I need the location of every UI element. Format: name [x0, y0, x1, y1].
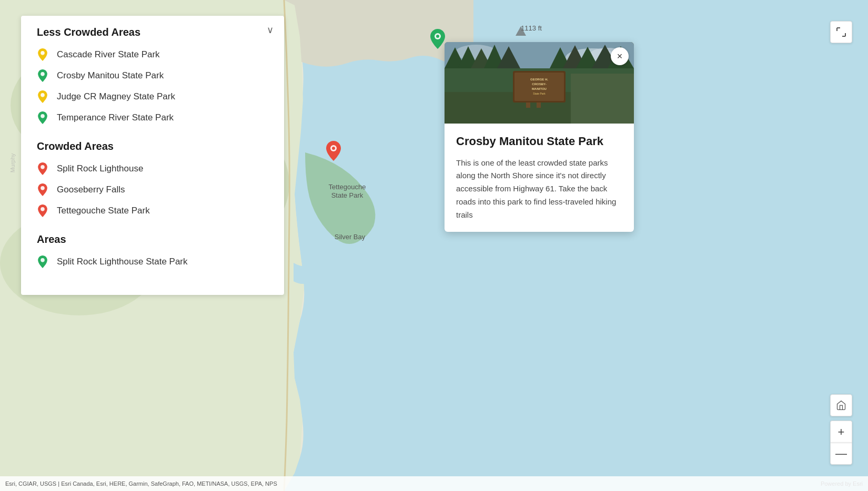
svg-text:State Park: State Park: [331, 191, 364, 199]
svg-text:CROSBY-: CROSBY-: [532, 83, 546, 86]
svg-rect-41: [514, 73, 564, 101]
location-name: Gooseberry Falls: [57, 185, 125, 195]
pin-green-icon: [37, 111, 48, 125]
crowded-section: Crowded Areas Split Rock Lighthouse: [37, 140, 268, 218]
list-item[interactable]: Temperance River State Park: [37, 111, 268, 125]
map-pin-north[interactable]: [430, 29, 445, 51]
crowded-title: Crowded Areas: [37, 140, 268, 152]
location-name: Cascade River State Park: [57, 49, 160, 60]
svg-text:MANITOU: MANITOU: [532, 87, 547, 90]
pin-red-icon: [37, 183, 48, 197]
zoom-controls: + —: [830, 421, 852, 465]
pin-green-icon: [37, 69, 48, 83]
svg-text:State Park: State Park: [533, 92, 546, 95]
map-pin-tettegouche[interactable]: [326, 141, 341, 163]
map-controls-expand: [830, 21, 852, 43]
location-name: Tettegouche State Park: [57, 206, 150, 216]
location-name: Crosby Manitou State Park: [57, 70, 164, 81]
svg-point-15: [41, 72, 45, 76]
svg-point-16: [41, 93, 45, 97]
pin-green-icon: [37, 255, 48, 269]
crowded-list: Split Rock Lighthouse Gooseberry Falls: [37, 162, 268, 218]
svg-point-17: [41, 114, 45, 118]
svg-point-20: [41, 207, 45, 211]
popup-description: This is one of the least crowded state p…: [456, 157, 622, 222]
svg-point-11: [436, 35, 439, 38]
svg-point-21: [41, 258, 45, 262]
popup-card: ×: [445, 42, 634, 232]
areas-list: Split Rock Lighthouse State Park: [37, 255, 268, 269]
svg-text:Murphy: Murphy: [9, 153, 16, 172]
svg-text:Silver Bay: Silver Bay: [335, 233, 366, 241]
map-controls-bottom: + —: [830, 394, 852, 465]
popup-body: Crosby Manitou State Park This is one of…: [445, 124, 634, 232]
popup-title: Crosby Manitou State Park: [456, 134, 622, 149]
less-crowded-list: Cascade River State Park Crosby Manitou …: [37, 48, 268, 125]
attribution-bar: Esri, CGIAR, USGS | Esri Canada, Esri, H…: [0, 476, 868, 491]
home-button[interactable]: [830, 394, 852, 416]
areas-title: Areas: [37, 233, 268, 246]
svg-text:Tettegouche: Tettegouche: [329, 183, 366, 191]
list-item[interactable]: Crosby Manitou State Park: [37, 69, 268, 83]
list-item[interactable]: Judge CR Magney State Park: [37, 90, 268, 104]
expand-button[interactable]: [830, 21, 852, 43]
svg-text:1113 ft: 1113 ft: [521, 24, 542, 32]
svg-point-18: [41, 165, 45, 169]
pin-yellow-icon: [37, 90, 48, 104]
pin-yellow-icon: [37, 48, 48, 62]
list-item[interactable]: Tettegouche State Park: [37, 204, 268, 218]
zoom-in-button[interactable]: +: [830, 421, 852, 443]
location-name: Split Rock Lighthouse: [57, 163, 143, 174]
svg-rect-46: [571, 74, 634, 124]
svg-point-19: [41, 186, 45, 190]
list-item[interactable]: Split Rock Lighthouse State Park: [37, 255, 268, 269]
svg-point-13: [332, 147, 335, 150]
areas-section: Areas Split Rock Lighthouse State Park: [37, 233, 268, 269]
list-item[interactable]: Split Rock Lighthouse: [37, 162, 268, 176]
list-item[interactable]: Gooseberry Falls: [37, 183, 268, 197]
less-crowded-title: Less Crowded Areas: [37, 26, 268, 38]
svg-point-14: [41, 51, 45, 55]
popup-close-button[interactable]: ×: [611, 47, 629, 65]
zoom-out-button[interactable]: —: [830, 443, 852, 465]
location-name: Judge CR Magney State Park: [57, 91, 175, 102]
svg-text:GEORGE H.: GEORGE H.: [530, 78, 548, 81]
attribution-text: Esri, CGIAR, USGS | Esri Canada, Esri, H…: [5, 480, 277, 487]
pin-red-icon: [37, 204, 48, 218]
list-item[interactable]: Cascade River State Park: [37, 48, 268, 62]
less-crowded-section: Less Crowded Areas Cascade River State P…: [37, 26, 268, 125]
location-name: Temperance River State Park: [57, 112, 174, 123]
popup-image: GEORGE H. CROSBY- MANITOU State Park: [445, 42, 634, 124]
pin-red-icon: [37, 162, 48, 176]
collapse-button[interactable]: ∨: [267, 24, 274, 36]
location-name: Split Rock Lighthouse State Park: [57, 257, 188, 267]
left-panel: ∨ Less Crowded Areas Cascade River State…: [21, 16, 284, 295]
